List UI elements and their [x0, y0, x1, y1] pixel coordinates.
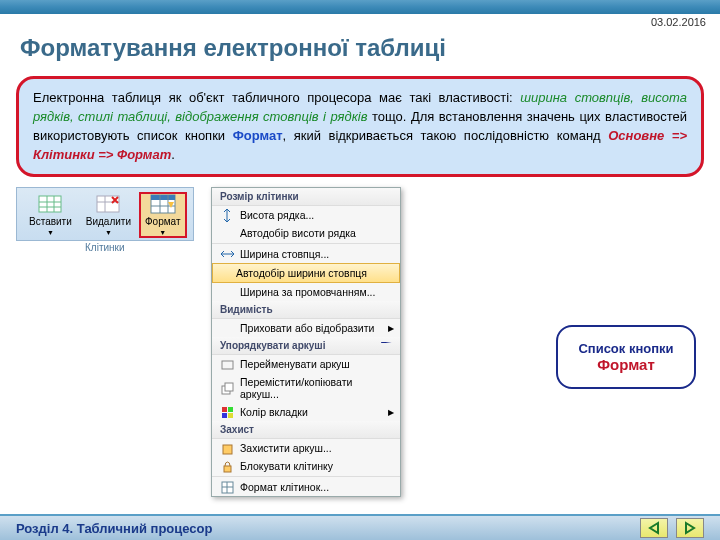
info-t4: .: [171, 147, 175, 162]
svg-rect-20: [223, 445, 232, 454]
menu-col-width[interactable]: Ширина стовпця...: [212, 245, 400, 263]
menu-move-copy[interactable]: Перемістити/копіювати аркуш...: [212, 373, 400, 403]
color-icon: [221, 406, 234, 419]
delete-button[interactable]: Видалити ▼: [80, 192, 137, 238]
insert-icon: [37, 194, 63, 214]
menu-tab-color[interactable]: Колір вкладки▶: [212, 403, 400, 421]
callout-line2: Формат: [568, 356, 684, 373]
callout-box: Список кнопки Формат: [556, 325, 696, 389]
format-cells-icon: [221, 481, 234, 494]
chevron-down-icon: ▼: [105, 229, 112, 236]
ribbon-group-label: Клітинки: [85, 242, 125, 253]
info-arrow1: =>: [664, 128, 687, 143]
chevron-down-icon: ▼: [47, 229, 54, 236]
shield-icon: [221, 442, 234, 455]
row-height-icon: [221, 209, 234, 222]
triangle-left-icon: [647, 521, 661, 535]
lock-icon: [221, 460, 234, 473]
chevron-down-icon: ▼: [159, 229, 166, 236]
format-icon: [150, 194, 176, 214]
delete-icon: [95, 194, 121, 214]
content-area: Вставити ▼ Видалити ▼ Формат ▼ Клітинки …: [16, 187, 704, 497]
svg-rect-19: [228, 413, 233, 418]
info-box: Електронна таблиця як об'єкт табличного …: [16, 76, 704, 177]
svg-rect-21: [224, 466, 231, 472]
menu-rename-sheet[interactable]: Перейменувати аркуш: [212, 355, 400, 373]
callout-line1: Список кнопки: [568, 341, 684, 356]
format-dropdown: Розмір клітинки Висота рядка... Автодобі…: [211, 187, 401, 497]
insert-label: Вставити: [29, 216, 72, 227]
menu-hide-show[interactable]: Приховати або відобразити▶: [212, 319, 400, 337]
svg-rect-18: [222, 413, 227, 418]
svg-rect-17: [228, 407, 233, 412]
svg-rect-0: [39, 196, 61, 212]
section-visibility: Видимість: [212, 301, 400, 319]
format-button[interactable]: Формат ▼: [139, 192, 187, 238]
info-arrow2: =>: [95, 147, 117, 162]
callout-arrow: [381, 342, 556, 343]
menu-format-cells[interactable]: Формат клітинок...: [212, 478, 400, 496]
menu-protect-sheet[interactable]: Захистити аркуш...: [212, 439, 400, 457]
insert-button[interactable]: Вставити ▼: [23, 192, 78, 238]
svg-rect-16: [222, 407, 227, 412]
info-path2: Клітинки: [33, 147, 95, 162]
footer-text: Розділ 4. Табличний процесор: [16, 521, 212, 536]
format-label: Формат: [145, 216, 181, 227]
info-btn: Формат: [233, 128, 283, 143]
section-cell-size: Розмір клітинки: [212, 188, 400, 206]
ribbon-cells-group: Вставити ▼ Видалити ▼ Формат ▼ Клітинки: [16, 187, 194, 241]
info-path3: Формат: [117, 147, 171, 162]
svg-rect-13: [222, 361, 233, 369]
prev-button[interactable]: [640, 518, 668, 538]
footer-bar: Розділ 4. Табличний процесор: [0, 514, 720, 540]
nav-controls: [640, 518, 704, 538]
menu-autofit-row[interactable]: Автодобір висоти рядка: [212, 224, 400, 242]
svg-rect-9: [151, 195, 175, 200]
svg-line-25: [381, 342, 551, 343]
triangle-right-icon: [683, 521, 697, 535]
section-organize: Упорядкувати аркуші: [212, 337, 400, 355]
info-t3: , який відкривається такою послідовністю…: [283, 128, 609, 143]
menu-lock-cell[interactable]: Блокувати клітинку: [212, 457, 400, 475]
info-path1: Основне: [608, 128, 664, 143]
menu-autofit-col[interactable]: Автодобір ширини стовпця: [212, 263, 400, 283]
section-protect: Захист: [212, 421, 400, 439]
header-bar: [0, 0, 720, 14]
rename-icon: [221, 358, 234, 371]
date-label: 03.02.2016: [651, 16, 706, 28]
menu-default-width[interactable]: Ширина за промовчанням...: [212, 283, 400, 301]
menu-row-height[interactable]: Висота рядка...: [212, 206, 400, 224]
col-width-icon: [221, 248, 234, 261]
delete-label: Видалити: [86, 216, 131, 227]
svg-rect-15: [225, 383, 233, 391]
chevron-right-icon: ▶: [388, 324, 394, 333]
info-t1: Електронна таблиця як об'єкт табличного …: [33, 90, 520, 105]
page-title: Форматування електронної таблиці: [0, 14, 720, 72]
move-icon: [221, 382, 234, 395]
next-button[interactable]: [676, 518, 704, 538]
chevron-right-icon: ▶: [388, 408, 394, 417]
